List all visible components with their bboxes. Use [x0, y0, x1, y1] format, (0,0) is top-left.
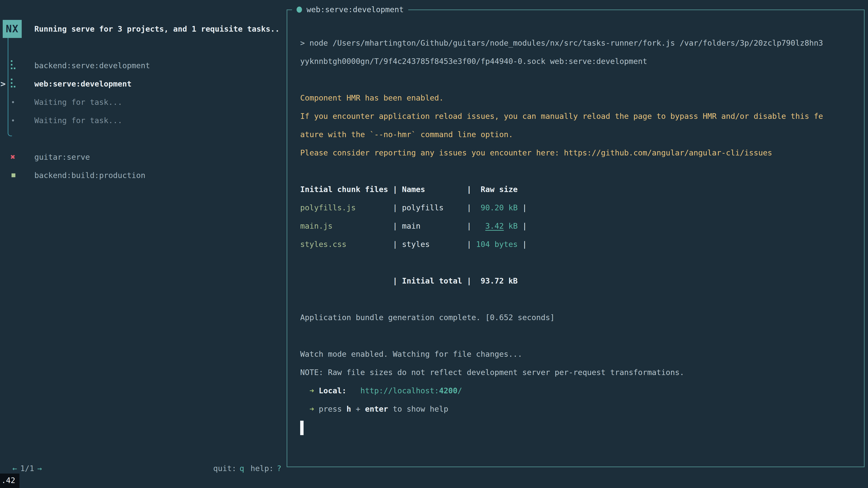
- task-row-web-serve-development[interactable]: >web:serve:development: [0, 74, 285, 93]
- terminal-text: Please consider reporting any issues you…: [300, 148, 772, 157]
- terminal-line: Watch mode enabled. Watching for file ch…: [300, 345, 856, 363]
- terminal-text: |: [393, 203, 402, 212]
- terminal-line: Initial chunk files | Names | Raw size: [300, 180, 856, 199]
- text-cursor: [300, 421, 304, 435]
- keyboard-hints: quit:qhelp:?: [0, 463, 281, 474]
- cross-icon: ✖: [10, 153, 16, 161]
- terminal-text: NOTE: Raw file sizes do not reflect deve…: [300, 368, 684, 377]
- help-key: ?: [277, 464, 281, 473]
- terminal-text: [300, 404, 309, 414]
- task-label: web:serve:development: [34, 79, 131, 88]
- task-row-guitar-serve[interactable]: ✖guitar:serve: [0, 148, 285, 166]
- terminal-text: | Initial total | 93.72 kB: [300, 276, 518, 285]
- help-arrow-icon: ➜: [309, 404, 314, 414]
- selected-task-arrow-icon: >: [0, 79, 6, 89]
- terminal-line: [300, 290, 856, 308]
- help-hint-label: help:: [250, 464, 274, 473]
- terminal-text: If you encounter application reload issu…: [300, 111, 823, 121]
- terminal-text: |: [393, 221, 402, 230]
- square-icon: [11, 173, 16, 177]
- task-row-backend-build-production[interactable]: backend:build:production: [0, 166, 285, 184]
- task-row-waiting-for-task-[interactable]: Waiting for task...: [0, 93, 285, 111]
- terminal-line: Application bundle generation complete. …: [300, 308, 856, 327]
- terminal-text: enter: [365, 404, 388, 414]
- terminal-text: h: [346, 404, 351, 414]
- terminal-line: > node /Users/mhartington/Github/guitars…: [300, 34, 856, 52]
- localhost-link[interactable]: http://localhost:: [360, 386, 439, 395]
- task-label: backend:serve:development: [34, 61, 150, 70]
- terminal-text: Component HMR has been enabled.: [300, 93, 444, 102]
- terminal-line: ature with the `--no-hmr` command line o…: [300, 125, 856, 144]
- terminal-text: |: [467, 203, 476, 212]
- task-label: backend:build:production: [34, 171, 145, 180]
- terminal-text: > node /Users/mhartington/Github/guitars…: [300, 38, 823, 47]
- terminal-text: yyknnbtgh0000gn/T/9f4c243785f8453e3f00/f…: [300, 57, 647, 66]
- terminal-text: [476, 221, 485, 230]
- quit-key: q: [240, 464, 244, 473]
- terminal-text: to show help: [388, 404, 448, 414]
- quit-hint-label: quit:: [213, 464, 236, 473]
- terminal-text: [314, 404, 318, 414]
- terminal-line: [300, 418, 856, 436]
- task-label: Waiting for task...: [34, 116, 122, 125]
- waiting-dot-icon: [12, 101, 14, 103]
- finished-task-list: ✖guitar:servebackend:build:production: [0, 148, 285, 184]
- terminal-text: |: [518, 221, 527, 230]
- local-arrow-icon: ➜: [309, 386, 314, 395]
- localhost-link-slash[interactable]: /: [458, 386, 462, 395]
- task-row-backend-serve-development[interactable]: backend:serve:development: [0, 56, 285, 74]
- localhost-link-port[interactable]: 4200: [439, 386, 458, 395]
- terminal-text: |: [467, 240, 476, 249]
- terminal-text: 90.20 kB: [476, 203, 518, 212]
- terminal-line: ➜ press h + enter to show help: [300, 400, 856, 418]
- terminal-text: main.js: [300, 221, 393, 230]
- running-status-dot-icon: [297, 6, 302, 13]
- terminal-line: NOTE: Raw file sizes do not reflect deve…: [300, 363, 856, 382]
- terminal-line: Please consider reporting any issues you…: [300, 144, 856, 162]
- terminal-text: +: [351, 404, 365, 414]
- terminal-line: styles.css | styles | 104 bytes |: [300, 235, 856, 254]
- terminal-text: |: [518, 203, 527, 212]
- terminal-line: | Initial total | 93.72 kB: [300, 272, 856, 290]
- terminal-text: Application bundle generation complete. …: [300, 313, 555, 322]
- task-label: Waiting for task...: [34, 98, 122, 107]
- terminal-text: Local:: [319, 386, 346, 395]
- terminal-line: yyknnbtgh0000gn/T/9f4c243785f8453e3f00/f…: [300, 52, 856, 70]
- terminal-text: |: [393, 240, 402, 249]
- terminal-text: styles.css: [300, 240, 393, 249]
- terminal-text: |: [467, 221, 476, 230]
- terminal-text: [314, 386, 318, 395]
- overflow-fragment: .42: [0, 474, 20, 488]
- terminal-output: > node /Users/mhartington/Github/guitars…: [300, 34, 856, 436]
- panel-title-label: web:serve:development: [307, 5, 404, 14]
- panel-title: web:serve:development: [292, 3, 408, 16]
- tasks-summary: Running serve for 3 projects, and 1 requ…: [34, 20, 280, 38]
- terminal-text: [300, 386, 309, 395]
- nx-logo: NX: [3, 20, 22, 38]
- terminal-text: polyfills.js: [300, 203, 393, 212]
- terminal-line: [300, 70, 856, 89]
- task-row-waiting-for-task-[interactable]: Waiting for task...: [0, 111, 285, 129]
- waiting-dot-icon: [12, 119, 14, 121]
- terminal-line: [300, 254, 856, 272]
- terminal-text: |: [518, 240, 527, 249]
- terminal-line: [300, 162, 856, 180]
- terminal-line: main.js | main | 3.42 kB |: [300, 217, 856, 235]
- running-task-list: backend:serve:development>web:serve:deve…: [0, 56, 285, 129]
- terminal-text: 3.42: [485, 221, 504, 230]
- terminal-text: [346, 386, 360, 395]
- terminal-text: press: [319, 404, 346, 414]
- terminal-text: kB: [504, 221, 518, 230]
- terminal-text: 104 bytes: [476, 240, 518, 249]
- spinner-icon: [11, 68, 12, 69]
- terminal-line: ➜ Local: http://localhost:4200/: [300, 382, 856, 400]
- terminal-line: If you encounter application reload issu…: [300, 107, 856, 125]
- terminal-text: polyfills: [402, 203, 467, 212]
- terminal-line: polyfills.js | polyfills | 90.20 kB |: [300, 199, 856, 217]
- task-label: guitar:serve: [34, 153, 90, 162]
- terminal-text: ature with the `--no-hmr` command line o…: [300, 130, 513, 139]
- terminal-line: [300, 327, 856, 345]
- terminal-text: styles: [402, 240, 467, 249]
- spinner-icon: [11, 86, 12, 88]
- terminal-text: Initial chunk files | Names | Raw size: [300, 185, 518, 194]
